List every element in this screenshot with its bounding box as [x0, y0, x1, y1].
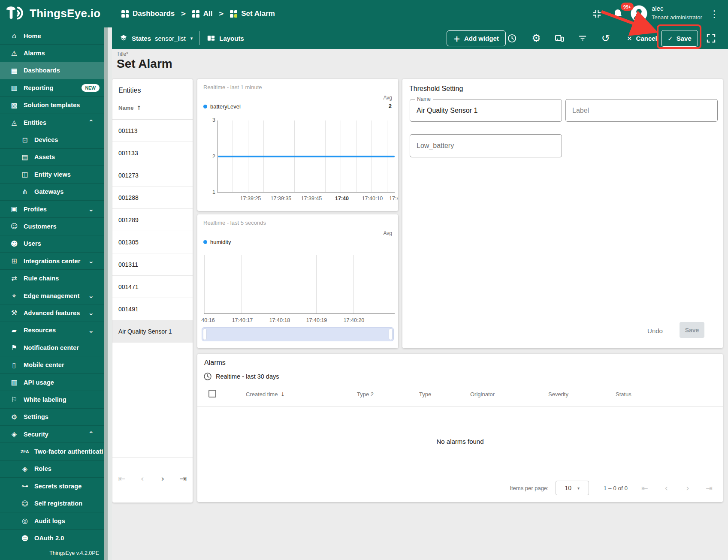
sidebar-item-reporting[interactable]: ▥ReportingNEW [0, 79, 104, 96]
sidebar-item-rule-chains[interactable]: ⇄Rule chains [0, 270, 104, 287]
threshold-save-button[interactable]: Save [680, 322, 704, 338]
sidebar-item-profiles[interactable]: ▣Profiles⌄ [0, 201, 104, 218]
name-field[interactable] [410, 99, 562, 121]
states-value: sensor_list [155, 35, 186, 42]
check-icon: ✓ [668, 35, 673, 42]
entity-row[interactable]: 001289 [112, 209, 193, 231]
sidebar-item-api-usage[interactable]: ▥API usage [0, 374, 104, 391]
sidebar-item-dashboards[interactable]: ▦Dashboards [0, 62, 104, 79]
column-header-type[interactable]: Type [419, 391, 431, 397]
sidebar-item-label: Edge management [24, 292, 79, 299]
legend-item-batteryLevel[interactable]: batteryLevel [203, 103, 241, 110]
sidebar-item-label: Profiles [24, 206, 47, 213]
items-per-page-select[interactable]: 10 ▾ [556, 481, 589, 495]
sidebar-item-secrets-storage[interactable]: ⊶Secrets storage [0, 478, 104, 495]
sidebar-item-gateways[interactable]: ⋔Gateways [0, 184, 104, 201]
sidebar-item-label: Devices [34, 136, 58, 143]
entities-name-column-header[interactable]: Name ↑ [118, 105, 141, 111]
breadcrumb-item-all[interactable]: All [192, 9, 213, 18]
sidebar-item-settings[interactable]: ⚙Settings [0, 409, 104, 426]
entity-name: 001471 [118, 283, 139, 290]
secrets-storage-icon: ⊶ [20, 482, 30, 490]
alarms-timewindow-button[interactable]: Realtime - last 30 days [203, 372, 279, 381]
states-selector[interactable]: States sensor_list ▾ [119, 34, 193, 42]
alarm-type-field[interactable] [410, 135, 562, 157]
column-header-originator[interactable]: Originator [470, 391, 495, 397]
settings-gear-icon[interactable]: ⚙ [529, 30, 544, 46]
cancel-button[interactable]: ✕ Cancel [627, 30, 657, 46]
last-page-icon[interactable]: ⇥ [177, 473, 189, 485]
entity-row[interactable]: 001288 [112, 187, 193, 209]
sidebar-item-audit-logs[interactable]: ◎Audit logs [0, 512, 104, 530]
sidebar-item-users[interactable]: ☻Users [0, 235, 104, 253]
filter-icon[interactable] [575, 30, 590, 46]
sidebar-item-home[interactable]: ⌂Home [0, 27, 104, 45]
sidebar-item-customers[interactable]: ☺Customers [0, 218, 104, 235]
entity-row[interactable]: 001471 [112, 276, 193, 298]
breadcrumb-label: All [203, 9, 213, 18]
scrollbar-right-handle[interactable] [389, 328, 393, 340]
oauth-icon: ☻ [20, 534, 30, 542]
white-labeling-icon: ⚐ [9, 395, 19, 403]
fullscreen-exit-icon[interactable] [589, 6, 605, 22]
sidebar-item-self-registration[interactable]: ☺Self registration [0, 495, 104, 512]
kebab-menu-icon[interactable]: ⋮ [706, 6, 722, 22]
sidebar-scrollbar[interactable] [104, 27, 112, 560]
sidebar-item-devices[interactable]: ⊡Devices [0, 131, 104, 148]
breadcrumb-item-set-alarm[interactable]: Set Alarm [230, 9, 275, 18]
self-registration-icon: ☺ [20, 500, 30, 508]
next-page-icon[interactable]: › [157, 473, 169, 485]
entity-row[interactable]: 001311 [112, 253, 193, 276]
add-widget-button[interactable]: + Add widget [447, 30, 506, 46]
label-field[interactable] [566, 99, 717, 121]
fullscreen-icon[interactable] [703, 30, 719, 46]
battery-level-series-line [218, 156, 395, 157]
sidebar-item-two-factor-authentication[interactable]: 2FATwo-factor authenticati… [0, 443, 104, 460]
sidebar-item-solution-templates[interactable]: ▩Solution templates [0, 97, 104, 114]
sidebar-item-integrations-center[interactable]: ⊞Integrations center⌄ [0, 253, 104, 270]
scrollbar-left-handle[interactable] [203, 328, 207, 340]
column-header-created-time[interactable]: Created time↓ [246, 391, 285, 397]
mobile-center-icon: ▯ [9, 361, 19, 369]
sidebar-item-edge-management[interactable]: ⌖Edge management⌄ [0, 287, 104, 304]
sidebar-item-oauth[interactable]: ☻OAuth 2.0 [0, 530, 104, 547]
logo[interactable]: ThingsEye.io [5, 3, 100, 23]
sidebar-item-resources[interactable]: ▰Resources⌄ [0, 322, 104, 339]
sidebar-item-security[interactable]: ◈Security⌃ [0, 426, 104, 443]
empty-table-message: No alarms found [197, 438, 723, 445]
column-header-status[interactable]: Status [616, 391, 631, 397]
sidebar-item-white-labeling[interactable]: ⚐White labeling [0, 391, 104, 408]
chart-time-scrollbar[interactable] [202, 327, 394, 341]
manage-states-devices-icon[interactable] [552, 30, 567, 46]
save-button[interactable]: ✓ Save [661, 30, 698, 47]
sidebar-item-roles[interactable]: ◈Roles [0, 461, 104, 478]
entity-row[interactable]: 001273 [112, 164, 193, 187]
logo-text: ThingsEye.io [30, 7, 100, 20]
version-history-icon[interactable]: ↺ [598, 30, 613, 46]
sidebar-item-alarms[interactable]: ⚠Alarms [0, 45, 104, 62]
sidebar-item-assets[interactable]: ▤Assets [0, 149, 104, 166]
column-header-type-2[interactable]: Type 2 [357, 391, 374, 397]
select-all-checkbox[interactable] [208, 390, 216, 397]
breadcrumb-item-dashboards[interactable]: Dashboards [121, 9, 175, 18]
entity-views-icon: ◫ [20, 170, 30, 178]
legend-item-humidity[interactable]: humidity [203, 239, 231, 245]
chevron-down-icon: ▾ [190, 36, 193, 41]
alarms-paginator: ⇤‹›⇥ [639, 482, 715, 494]
sidebar-item-entity-views[interactable]: ◫Entity views [0, 166, 104, 183]
name-column-label: Name [118, 105, 133, 111]
entity-row[interactable]: 001491 [112, 298, 193, 320]
entity-row[interactable]: 001133 [112, 142, 193, 164]
sidebar-item-advanced-features[interactable]: ⚒Advanced features⌄ [0, 304, 104, 322]
undo-button[interactable]: Undo [643, 324, 668, 337]
sidebar-item-mobile-center[interactable]: ▯Mobile center [0, 356, 104, 373]
column-header-severity[interactable]: Severity [548, 391, 568, 397]
sidebar-scrollbar-thumb[interactable] [104, 27, 108, 560]
sidebar-item-notification-center[interactable]: ⚑Notification center [0, 339, 104, 356]
entity-row[interactable]: 001113 [112, 120, 193, 142]
entity-row[interactable]: Air Quality Sensor 1 [112, 320, 193, 343]
layouts-button[interactable]: Layouts [207, 34, 244, 42]
timewindow-clock-icon[interactable] [504, 30, 520, 46]
sidebar-item-entities[interactable]: ◬Entities⌃ [0, 114, 104, 131]
entity-row[interactable]: 001305 [112, 231, 193, 253]
